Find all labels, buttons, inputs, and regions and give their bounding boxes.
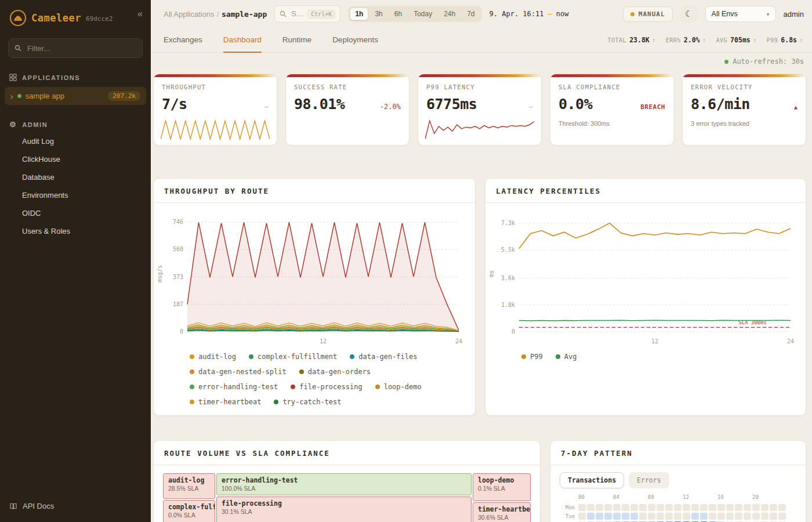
applications-icon	[9, 74, 17, 81]
dark-mode-toggle[interactable]: ☾	[680, 5, 698, 23]
tab-stats: TOTAL23.8K↑ERR%2.0%↑AVG705ms↑P996.8s↑	[608, 36, 803, 44]
legend-item-data-gen-files: data-gen-files	[350, 353, 417, 361]
topbar: All Applications / sample-app Ctrl+K 1h3…	[151, 0, 812, 28]
heatmap-cell	[761, 513, 768, 520]
toggle-errors[interactable]: Errors	[629, 472, 669, 488]
treemap-tile-error-handling-test[interactable]: error-handling-test100.0% SLA	[216, 473, 472, 495]
heatmap-cell	[735, 504, 742, 511]
legend-label: data-gen-orders	[308, 368, 371, 376]
heatmap-cell	[717, 513, 725, 520]
chevron-right-icon[interactable]: ›	[10, 92, 13, 100]
breadcrumb-root[interactable]: All Applications	[164, 10, 214, 19]
legend-dot	[521, 354, 526, 359]
time-range-3h[interactable]: 3h	[369, 8, 387, 20]
sidebar-item-audit-log[interactable]: Audit Log	[0, 132, 151, 150]
kpi-body: SUCCESS RATE98.01%-2.0%	[286, 77, 409, 113]
time-range-24h[interactable]: 24h	[438, 8, 461, 20]
search-shortcut: Ctrl+K	[307, 10, 335, 19]
heatmap-cell	[604, 504, 612, 511]
tab-dashboard[interactable]: Dashboard	[223, 28, 262, 53]
heatmap-cell	[587, 504, 594, 511]
throughput-legend: audit-logcomplex-fulfillmentdata-gen-fil…	[154, 347, 475, 415]
api-docs-link[interactable]: API Docs	[0, 494, 151, 522]
throughput-panel-title: THROUGHPUT BY ROUTE	[154, 179, 475, 203]
tabs-bar: ExchangesDashboardRuntimeDeployments TOT…	[151, 28, 812, 53]
treemap-tile-file-processing[interactable]: file-processing30.1% SLA	[216, 496, 472, 522]
tab-exchanges[interactable]: Exchanges	[164, 28, 202, 53]
heatmap-cell	[744, 504, 751, 511]
route-volume-panel: ROUTE VOLUME VS SLA COMPLIANCE audit-log…	[153, 440, 541, 522]
svg-text:12: 12	[651, 338, 658, 345]
heatmap-cell	[735, 513, 742, 520]
treemap-tile-timer-heartbeat[interactable]: timer-heartbeat30.6% SLA	[473, 502, 531, 522]
heatmap-grid: MonTueWedThuFri	[560, 503, 796, 522]
tab-deployments[interactable]: Deployments	[332, 28, 378, 53]
heatmap-cell	[752, 504, 760, 511]
sidebar-item-oidc[interactable]: OIDC	[0, 204, 151, 222]
time-range-7d[interactable]: 7d	[462, 8, 480, 20]
env-select[interactable]: All Envs ▾	[705, 6, 776, 22]
heatmap-cell	[596, 513, 603, 520]
heatmap-cell	[770, 504, 777, 511]
sidebar-item-environments[interactable]: Environments	[0, 186, 151, 204]
manual-refresh-button[interactable]: MANUAL	[623, 6, 673, 22]
sidebar-item-database[interactable]: Database	[0, 168, 151, 186]
search-icon	[14, 45, 21, 52]
time-range-today[interactable]: Today	[408, 8, 437, 20]
stat-label: ERR%	[666, 37, 681, 44]
moon-icon: ☾	[685, 9, 693, 19]
legend-dot	[274, 400, 278, 404]
main-content: All Applications / sample-app Ctrl+K 1h3…	[151, 0, 812, 522]
applications-label-text: APPLICATIONS	[22, 74, 80, 81]
treemap-tile-name: file-processing	[222, 499, 466, 507]
sidebar-item-sample-app[interactable]: › sample app 207.2k	[5, 87, 146, 105]
tab-runtime[interactable]: Runtime	[282, 28, 311, 53]
treemap-tile-loop-demo[interactable]: loop-demo0.1% SLA	[473, 473, 531, 501]
time-range-1h[interactable]: 1h	[350, 8, 368, 20]
heatmap-cell	[630, 513, 638, 520]
charts-row: THROUGHPUT BY ROUTE 01873735607461224msg…	[153, 178, 806, 416]
svg-text:12: 12	[320, 338, 327, 345]
treemap-tile-name: timer-heartbeat	[478, 505, 525, 513]
breadcrumb: All Applications / sample-app	[164, 9, 267, 19]
heatmap-col-label: 00	[578, 494, 585, 500]
sidebar-item-users-roles[interactable]: Users & Roles	[0, 222, 151, 240]
search-input[interactable]	[290, 9, 304, 19]
sidebar-collapse-button[interactable]: «	[137, 9, 143, 19]
legend-dot	[249, 354, 253, 359]
kpi-value-row: 8.6/min▲	[691, 96, 798, 113]
legend-item-p99: P99	[521, 353, 543, 361]
app-item-label: sample app	[26, 92, 64, 100]
heatmap-cell	[648, 513, 655, 520]
breadcrumb-current: sample-app	[222, 10, 267, 19]
treemap-tile-name: loop-demo	[478, 476, 525, 484]
svg-text:3.6k: 3.6k	[501, 275, 515, 281]
kpi-title: SLA COMPLIANCE	[559, 84, 665, 90]
latency-chart: 01.8k3.6k5.5k7.3k1224msSLA 300ms	[485, 203, 806, 347]
app-root: Cameleer 69dcce2 « APPLICATIONS › sample…	[0, 0, 812, 522]
kpi-body: P99 LATENCY6775ms–	[418, 77, 541, 113]
heatmap-col-label: 12	[683, 494, 689, 500]
legend-item-file-processing: file-processing	[291, 383, 362, 391]
toggle-transactions[interactable]: Transactions	[560, 472, 624, 488]
sidebar-item-clickhouse[interactable]: ClickHouse	[0, 150, 151, 168]
treemap-tile-audit-log[interactable]: audit-log28.5% SLA	[163, 473, 215, 499]
heatmap-cell	[657, 504, 664, 511]
legend-dot	[299, 369, 304, 374]
tab-list: ExchangesDashboardRuntimeDeployments	[164, 28, 399, 53]
filter-input[interactable]	[26, 44, 136, 53]
kpi-title: ERROR VELOCITY	[691, 84, 798, 90]
legend-item-error-handling-test: error-handling-test	[190, 383, 278, 391]
heatmap-row: Mon	[560, 503, 796, 512]
kpi-card-success-rate: SUCCESS RATE98.01%-2.0%	[285, 74, 409, 146]
kpi-title: THROUGHPUT	[162, 84, 269, 90]
kpi-value-row: 6775ms–	[426, 96, 533, 113]
kpi-body: SLA COMPLIANCE0.0%BREACHThreshold: 300ms	[550, 77, 673, 127]
legend-label: complex-fulfillment	[258, 353, 337, 361]
stat-avg: AVG705ms↑	[716, 36, 756, 44]
treemap-tile-complex-fulfil[interactable]: complex-fulfil…0.0% SLA	[163, 500, 215, 522]
time-range-6h[interactable]: 6h	[389, 8, 407, 20]
date-range[interactable]: 9. Apr. 16:11 — now	[490, 10, 569, 18]
global-search[interactable]: Ctrl+K	[274, 5, 340, 23]
current-user: admin	[784, 10, 804, 19]
